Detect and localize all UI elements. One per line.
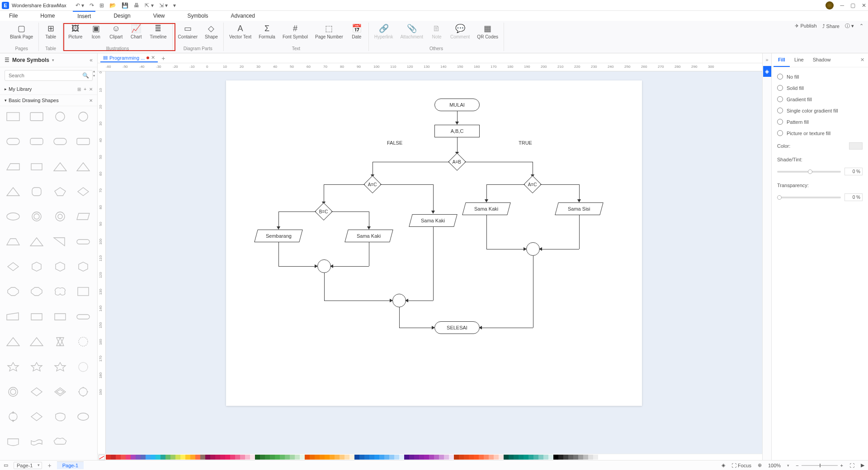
connector[interactable]: [457, 137, 458, 153]
shade-tint-slider[interactable]: [777, 171, 841, 173]
shape-stencil[interactable]: [4, 435, 23, 449]
tab-shadow[interactable]: Shadow: [808, 53, 835, 67]
help-icon[interactable]: ⓘ ▾: [845, 23, 854, 29]
color-swatch[interactable]: [533, 455, 538, 460]
shapes-close-icon[interactable]: ✕: [89, 98, 93, 103]
color-swatch[interactable]: [588, 455, 593, 460]
color-swatch[interactable]: [180, 455, 185, 460]
shape-stencil[interactable]: [4, 210, 23, 223]
color-swatch[interactable]: [200, 455, 205, 460]
color-swatch[interactable]: [320, 455, 325, 460]
connector[interactable]: [457, 111, 458, 122]
color-swatch[interactable]: [474, 455, 479, 460]
open-icon[interactable]: 📂: [109, 2, 116, 9]
color-swatch[interactable]: [116, 455, 121, 460]
lib-close-icon[interactable]: ✕: [89, 87, 93, 92]
shape-stencil[interactable]: [74, 185, 93, 198]
color-swatch[interactable]: [409, 455, 414, 460]
color-swatch[interactable]: [479, 455, 484, 460]
color-swatch[interactable]: [175, 455, 180, 460]
shape-button[interactable]: ◇Shape: [203, 23, 220, 40]
close-icon[interactable]: ✕: [862, 2, 866, 9]
shape-stencil[interactable]: [4, 285, 23, 298]
color-swatch[interactable]: [548, 455, 553, 460]
shape-stencil[interactable]: [27, 385, 46, 399]
color-swatch[interactable]: [389, 455, 394, 460]
note-button[interactable]: 🗎Note: [429, 23, 445, 40]
page-layout-icon[interactable]: ▭: [4, 462, 8, 468]
shape-stencil[interactable]: [4, 235, 23, 249]
page-tab[interactable]: Page-1: [57, 461, 84, 469]
shape-merge-3[interactable]: [526, 242, 540, 256]
radio-picture-fill[interactable]: Picture or texture fill: [777, 127, 863, 139]
connector[interactable]: [278, 212, 279, 227]
shape-stencil[interactable]: [51, 285, 70, 298]
shape-stencil[interactable]: [4, 185, 23, 198]
color-swatch[interactable]: [429, 455, 434, 460]
publish-button[interactable]: ✈ Publish: [795, 23, 816, 29]
color-swatch[interactable]: [310, 455, 315, 460]
container-button[interactable]: ▭Container: [176, 23, 199, 40]
color-swatch[interactable]: [494, 455, 499, 460]
radio-gradient-fill[interactable]: Gradient fill: [777, 94, 863, 105]
color-swatch[interactable]: [543, 455, 548, 460]
connector[interactable]: [324, 301, 392, 301]
color-swatch[interactable]: [305, 455, 310, 460]
connector[interactable]: [579, 184, 580, 200]
connector[interactable]: [486, 249, 525, 249]
color-swatch[interactable]: [141, 455, 146, 460]
user-avatar[interactable]: [826, 1, 834, 9]
color-swatch[interactable]: [598, 455, 603, 460]
fill-tool-icon[interactable]: ◈: [763, 66, 771, 77]
shape-stencil[interactable]: [51, 310, 70, 324]
icon-button[interactable]: ▣Icon: [88, 23, 104, 40]
connector[interactable]: [278, 242, 279, 266]
transparency-slider[interactable]: [777, 197, 841, 198]
shape-abc[interactable]: A,B,C: [434, 125, 480, 137]
shape-stencil[interactable]: [27, 285, 46, 298]
color-swatch[interactable]: [111, 455, 116, 460]
attachment-button[interactable]: 📎Attachment: [398, 23, 425, 40]
page-selector[interactable]: Page-1▾: [14, 462, 42, 469]
color-swatch[interactable]: [434, 455, 439, 460]
shape-samakaki-mid[interactable]: Sama Kaki: [409, 214, 458, 227]
connector[interactable]: [533, 256, 533, 328]
color-swatch[interactable]: [528, 455, 533, 460]
connector[interactable]: [373, 162, 449, 162]
menu-symbols[interactable]: Symbols: [183, 11, 213, 20]
connector[interactable]: [399, 328, 434, 328]
redo-icon[interactable]: ↷: [90, 2, 94, 9]
shape-stencil[interactable]: [27, 260, 46, 273]
shape-stencil[interactable]: [51, 135, 70, 148]
shade-tint-value[interactable]: 0 %: [844, 168, 863, 175]
radio-single-gradient-fill[interactable]: Single color gradient fill: [777, 105, 863, 116]
connector[interactable]: [433, 184, 434, 212]
shape-aec-left[interactable]: A=C: [363, 175, 382, 193]
shape-stencil[interactable]: [4, 360, 23, 374]
color-swatch[interactable]: [359, 455, 364, 460]
connector[interactable]: [541, 249, 579, 249]
collapse-left-panel-icon[interactable]: «: [90, 57, 93, 63]
color-swatch[interactable]: [344, 455, 349, 460]
shape-selesai[interactable]: SELESAI: [434, 321, 480, 334]
connector[interactable]: [486, 184, 487, 200]
color-swatch[interactable]: [568, 455, 573, 460]
color-swatch[interactable]: [185, 455, 190, 460]
color-swatch[interactable]: [295, 455, 300, 460]
table-button[interactable]: ⊞Table: [42, 23, 59, 40]
panel-close-icon[interactable]: ✕: [859, 53, 866, 67]
shape-stencil[interactable]: [51, 260, 70, 273]
expand-right-panel-icon[interactable]: »: [765, 57, 768, 62]
color-swatch[interactable]: [290, 455, 295, 460]
label-false[interactable]: FALSE: [387, 140, 402, 146]
color-swatch[interactable]: [151, 455, 156, 460]
connector[interactable]: [380, 184, 433, 185]
focus-button[interactable]: ⛶ Focus: [731, 463, 751, 468]
fullscreen-icon[interactable]: ⛶: [849, 463, 854, 468]
timeline-button[interactable]: ≣Timeline: [148, 23, 168, 40]
comment-button[interactable]: 💬Comment: [448, 23, 472, 40]
color-swatch[interactable]: [504, 455, 509, 460]
shape-stencil[interactable]: [4, 260, 23, 273]
color-swatch[interactable]: [275, 455, 280, 460]
connector[interactable]: [579, 215, 580, 249]
